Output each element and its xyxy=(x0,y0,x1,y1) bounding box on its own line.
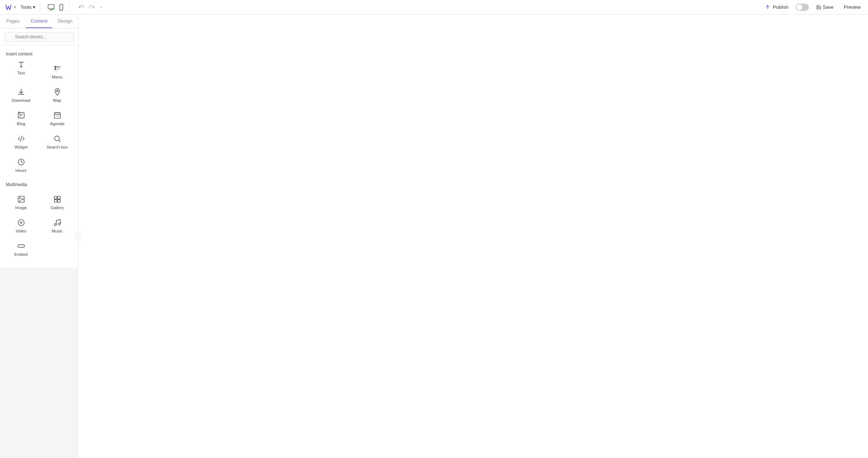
search-input[interactable] xyxy=(4,32,74,42)
map-icon xyxy=(53,88,61,96)
svg-point-13 xyxy=(55,69,56,70)
video-label: Video xyxy=(16,229,26,233)
agenda-icon xyxy=(53,111,61,119)
svg-point-1 xyxy=(53,8,54,9)
blog-label: Blog xyxy=(17,122,25,126)
music-label: Music xyxy=(51,229,62,233)
download-label: Download xyxy=(12,98,30,103)
download-icon xyxy=(17,88,25,96)
video-icon xyxy=(17,219,25,227)
gallery-icon xyxy=(53,195,61,203)
svg-point-4 xyxy=(767,5,768,6)
sidebar-content: Insert content Text xyxy=(0,46,78,268)
block-download[interactable]: Download xyxy=(3,83,39,106)
menu-label: Menu xyxy=(52,75,62,79)
hours-label: Hours xyxy=(15,168,27,173)
svg-rect-26 xyxy=(57,200,60,202)
block-agenda[interactable]: Agenda xyxy=(39,106,75,130)
block-widget[interactable]: Widget xyxy=(3,130,39,153)
map-label: Map xyxy=(53,98,61,103)
save-icon xyxy=(816,5,821,10)
block-searchbox[interactable]: Search box xyxy=(39,130,75,153)
tools-chevron: ▾ xyxy=(33,4,35,10)
device-toggle xyxy=(47,4,65,11)
block-blog[interactable]: Blog xyxy=(3,106,39,130)
tools-label: Tools xyxy=(20,4,31,10)
block-hours[interactable]: Hours xyxy=(3,153,39,176)
canvas xyxy=(79,15,868,458)
tab-content[interactable]: Content xyxy=(26,15,52,28)
tab-design[interactable]: Design xyxy=(52,15,78,28)
music-icon xyxy=(53,219,61,227)
preview-label: Preview xyxy=(844,4,861,10)
logo-chevron[interactable]: ▾ xyxy=(14,5,16,9)
topbar: ▾ Tools ▾ xyxy=(0,0,868,15)
gallery-label: Gallery xyxy=(50,205,64,210)
image-label: Image xyxy=(15,205,27,210)
block-text[interactable]: Text xyxy=(3,59,39,83)
agenda-label: Agenda xyxy=(50,122,65,126)
preview-button[interactable]: Preview xyxy=(841,3,864,11)
searchbox-icon xyxy=(53,135,61,143)
multimedia-grid: Image Gallery xyxy=(0,190,78,260)
svg-point-22 xyxy=(19,197,20,199)
svg-rect-25 xyxy=(54,200,57,202)
undo-button[interactable] xyxy=(77,4,86,11)
svg-line-19 xyxy=(59,140,60,142)
svg-rect-23 xyxy=(54,196,57,199)
block-gallery[interactable]: Gallery xyxy=(39,190,75,213)
block-embed[interactable]: Embed xyxy=(3,237,39,260)
sidebar-tabs: Pages Content Design xyxy=(0,15,78,28)
sidebar: Pages Content Design Insert content xyxy=(0,15,79,268)
block-map[interactable]: Map xyxy=(39,83,75,106)
redo-button[interactable] xyxy=(87,4,96,11)
section-insert-content-header: Insert content xyxy=(0,46,78,59)
history-controls xyxy=(77,4,105,11)
svg-point-28 xyxy=(54,224,56,226)
embed-label: Embed xyxy=(14,252,27,257)
search-wrap xyxy=(4,32,74,42)
tools-menu[interactable]: Tools ▾ xyxy=(20,4,35,10)
svg-point-29 xyxy=(58,223,60,225)
svg-rect-17 xyxy=(54,113,60,119)
publish-label: Publish xyxy=(773,4,788,10)
publish-button[interactable]: Publish xyxy=(762,3,791,12)
section-multimedia-header: Multimedia xyxy=(0,176,78,190)
text-label: Text xyxy=(17,71,25,75)
main-layout: Pages Content Design Insert content xyxy=(0,0,868,458)
desktop-icon[interactable] xyxy=(47,4,55,11)
logo[interactable]: ▾ xyxy=(4,3,16,11)
publish-toggle[interactable] xyxy=(796,4,809,11)
menu-icon xyxy=(53,65,61,73)
svg-point-14 xyxy=(56,90,58,92)
hours-icon xyxy=(17,158,25,166)
tab-pages[interactable]: Pages xyxy=(0,15,26,28)
widget-label: Widget xyxy=(15,145,28,149)
block-video[interactable]: Video xyxy=(3,213,39,237)
embed-icon xyxy=(17,242,25,250)
image-icon xyxy=(17,195,25,203)
block-image[interactable]: Image xyxy=(3,190,39,213)
block-menu[interactable]: Menu xyxy=(39,59,75,83)
svg-point-11 xyxy=(55,66,56,67)
publish-icon xyxy=(765,4,771,10)
save-button[interactable]: Save xyxy=(813,3,837,11)
svg-point-16 xyxy=(18,112,20,113)
insert-content-grid: Text Menu xyxy=(0,59,78,176)
blog-icon xyxy=(17,111,25,119)
save-label: Save xyxy=(823,4,834,10)
sidebar-wrapper: Pages Content Design Insert content xyxy=(0,15,79,458)
sidebar-collapse-button[interactable]: ‹ xyxy=(75,233,82,240)
search-area xyxy=(0,28,78,46)
mobile-icon[interactable] xyxy=(58,4,65,11)
searchbox-label: Search box xyxy=(46,145,68,149)
topbar-right: Publish Save Preview xyxy=(762,3,864,12)
svg-point-12 xyxy=(55,68,56,68)
text-icon-actual xyxy=(17,61,25,69)
history-more-button[interactable] xyxy=(97,4,105,10)
svg-rect-24 xyxy=(57,196,60,199)
widget-icon xyxy=(17,135,25,143)
svg-rect-30 xyxy=(18,245,24,247)
canvas-inner xyxy=(79,15,868,458)
block-music[interactable]: Music xyxy=(39,213,75,237)
